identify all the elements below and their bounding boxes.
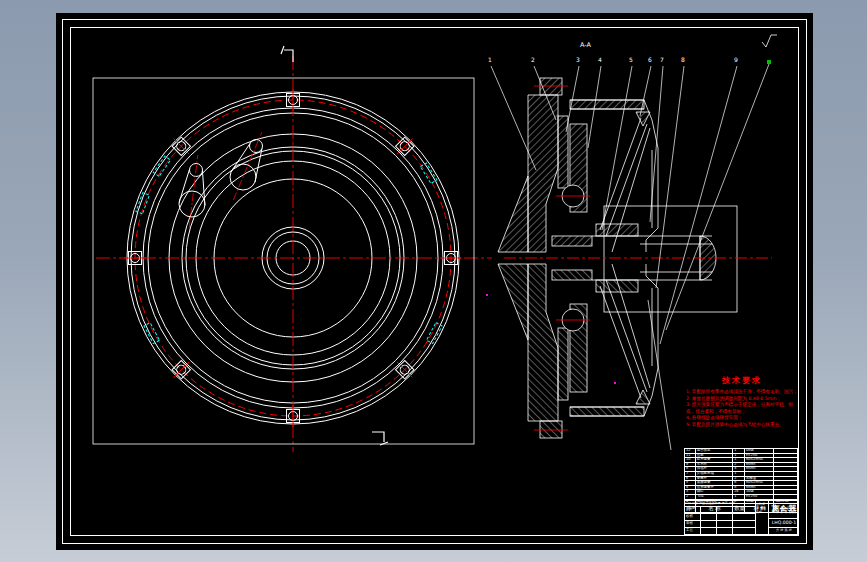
bom-cell: HT250 [744, 495, 773, 499]
bom-cell: 2 [732, 477, 744, 481]
hub-spline [552, 236, 592, 246]
bom-row: 10膜片弹簧160Si2MnA [685, 457, 797, 462]
bom-cell: 2 [732, 463, 744, 467]
bom-cell [773, 458, 797, 462]
bom-row: 3铆钉2410钢 [685, 489, 797, 494]
bom-cell: 波形弹簧片 [695, 486, 732, 490]
bom-cell: 8 [732, 486, 744, 490]
bom-cell: 60Si2MnA [744, 458, 773, 462]
section-label: A-A [580, 41, 592, 49]
tech-requirement-item: 4. 各铆接处必须铆接牢固； [686, 415, 798, 422]
balance-mark-cyan [153, 156, 170, 176]
leader-marker-green [767, 60, 771, 64]
bom-row: 11压盘1HT250 [685, 453, 797, 458]
balloon-number: 1 [488, 56, 492, 63]
bom-cell: 65Mn [744, 486, 773, 490]
bom-cell: 65Mn [744, 467, 773, 471]
balloon-number: 9 [734, 56, 738, 63]
balloon-number: 7 [660, 56, 664, 63]
clutch-disc [558, 116, 568, 188]
bom-cell: 摩擦片 [695, 477, 732, 481]
bom-cell: 传动片 [695, 467, 732, 471]
tech-requirement-item: 5. 装配后膜片弹簧中心必须与飞轮中心线重合。 [686, 422, 798, 429]
bom-cell: 从动盘总成 [695, 472, 732, 476]
balance-mark-cyan [420, 163, 437, 184]
flywheel-web [498, 176, 528, 252]
balloon-number: 5 [629, 56, 633, 63]
bom-cell: 6 [685, 477, 695, 481]
bom-cell [744, 472, 773, 476]
stage-weight-scale: 阶段标记 重量 比例 [755, 501, 769, 534]
bom-row: 5减振弹簧660Si2MnA [685, 480, 797, 485]
tech-requirement-item: 3. 膜片弹簧压紧力不得小于规定值，分离时平稳、彻底，接合柔和，不得有异响； [686, 402, 798, 415]
bom-cell: 1 [732, 454, 744, 458]
bom-row: 4波形弹簧片865Mn [685, 485, 797, 490]
bom-cell: 4 [732, 467, 744, 471]
balloon-number: 6 [648, 56, 652, 63]
bom-cell: 1 [732, 495, 744, 499]
tech-requirement-item: 1. 装配前所有零件必须清洗干净，不得有毛刺、油污； [686, 389, 798, 396]
bom-cell: 9 [685, 463, 695, 467]
spring-pivot [636, 112, 650, 126]
field-label: 校核 [685, 513, 701, 520]
diaphragm-finger [600, 118, 641, 230]
bom-cell [773, 481, 797, 485]
housing-outline [604, 206, 737, 312]
field-label: 审核 [685, 520, 701, 527]
bom-cell: 60Si2MnA [744, 481, 773, 485]
bom-row: 2飞轮1HT250 [685, 494, 797, 499]
field-label: 工艺 [685, 527, 701, 534]
balloon-number: 4 [598, 56, 602, 63]
title-block: 标记 处数 分区 更改文件号 签字 日期 设计 校核 审核 工艺 阶段标记 重量… [684, 500, 798, 535]
bom-cell: 24 [732, 490, 744, 494]
section-upper-half [498, 78, 658, 252]
cad-viewer-background: A-A 123456789 技术要求 1. 装配前所有零件必须清洗干净，不得有毛… [0, 0, 867, 562]
bom-cell: 7 [685, 472, 695, 476]
balloon-number: 2 [531, 56, 535, 63]
surface-roughness-icon [762, 35, 777, 47]
snap-marker [614, 382, 616, 384]
balloon-number: 3 [576, 56, 580, 63]
bom-cell: 11 [685, 454, 695, 458]
bom-cell: 支承环 [695, 463, 732, 467]
bom-cell [773, 472, 797, 476]
bom-cell [773, 463, 797, 467]
part-name: 离合器 [769, 501, 799, 519]
balloon-number: 8 [681, 56, 685, 63]
bom-cell: 膜片弹簧 [695, 458, 732, 462]
bom-cell: 减振弹簧 [695, 481, 732, 485]
bom-cell [773, 454, 797, 458]
bom-cell [773, 486, 797, 490]
bom-cell: 压盘 [695, 454, 732, 458]
bom-cell [773, 490, 797, 494]
bom-cell [773, 495, 797, 499]
bom-cell [773, 477, 797, 481]
bom-cell: 飞轮 [695, 495, 732, 499]
bom-cell: HT250 [744, 454, 773, 458]
bom-cell: 离合器盖 [695, 449, 732, 453]
bom-row: 7从动盘总成1 [685, 471, 797, 476]
title-row-craft: 工艺 [685, 527, 756, 535]
bom-cell: 铆钉 [695, 490, 732, 494]
bom-row: 9支承环265Mn [685, 462, 797, 467]
bom-cell [773, 467, 797, 471]
bom-row: 12离合器盖108钢 [685, 449, 797, 453]
sheet-count: 共 张 第 张 [769, 527, 799, 534]
bom-cell: 6 [732, 481, 744, 485]
flywheel-section [528, 95, 558, 252]
bom-cell: 08钢 [744, 449, 773, 453]
cap-screw [540, 78, 562, 95]
bom-cell: 65Mn [744, 463, 773, 467]
bom-cell: 1 [732, 472, 744, 476]
technical-requirements: 技术要求 1. 装配前所有零件必须清洗干净，不得有毛刺、油污； 2. 摩擦片磨损… [686, 375, 798, 429]
bom-cell: 10 [685, 458, 695, 462]
bom-cell: 石棉基 [744, 477, 773, 481]
bom-row: 8传动片465Mn [685, 466, 797, 471]
snap-marker [486, 294, 488, 296]
bom-cell: 3 [685, 490, 695, 494]
bom-cell: 2 [685, 495, 695, 499]
cover-flange [570, 100, 644, 109]
bom-cell: 1 [732, 458, 744, 462]
bom-cell: 1 [732, 449, 744, 453]
tech-requirements-title: 技术要求 [686, 375, 798, 386]
